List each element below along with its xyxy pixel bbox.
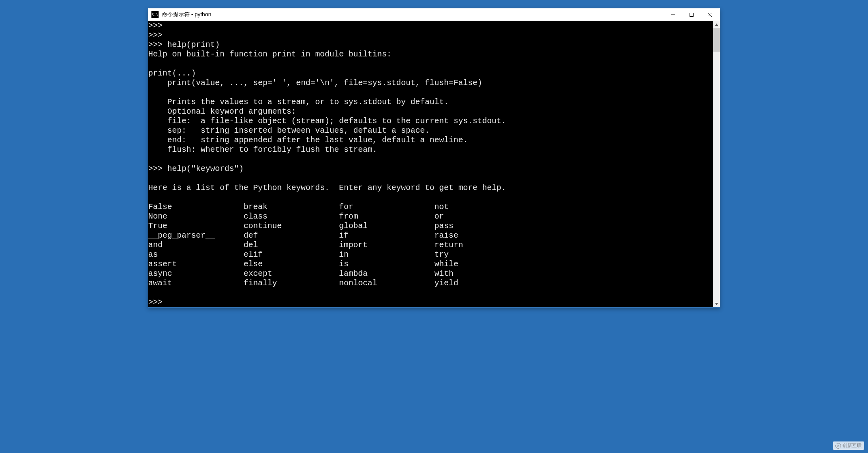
scroll-down-button[interactable] (713, 300, 720, 307)
terminal-wrapper: >>> >>> >>> help(print) Help on built-in… (148, 21, 720, 307)
watermark-icon: ✕ (835, 443, 841, 449)
cmd-app-icon: C:\ (151, 11, 159, 18)
svg-rect-1 (690, 13, 694, 16)
scroll-thumb[interactable] (713, 28, 720, 52)
chevron-up-icon (715, 23, 718, 26)
window-controls (664, 8, 719, 21)
close-icon (708, 13, 712, 17)
vertical-scrollbar[interactable] (713, 21, 720, 307)
watermark-text: 创新互联 (843, 442, 862, 449)
watermark: ✕ 创新互联 (833, 441, 864, 450)
close-button[interactable] (701, 8, 719, 21)
command-prompt-window: C:\ 命令提示符 - python >>> >>> >>> help(prin… (148, 8, 720, 308)
scroll-up-button[interactable] (713, 21, 720, 28)
terminal-body[interactable]: >>> >>> >>> help(print) Help on built-in… (148, 21, 713, 307)
chevron-down-icon (715, 303, 718, 305)
minimize-button[interactable] (664, 8, 682, 21)
minimize-icon (671, 13, 675, 17)
window-title: 命令提示符 - python (162, 11, 664, 18)
titlebar[interactable]: C:\ 命令提示符 - python (148, 8, 720, 21)
maximize-icon (690, 13, 694, 17)
maximize-button[interactable] (682, 8, 701, 21)
